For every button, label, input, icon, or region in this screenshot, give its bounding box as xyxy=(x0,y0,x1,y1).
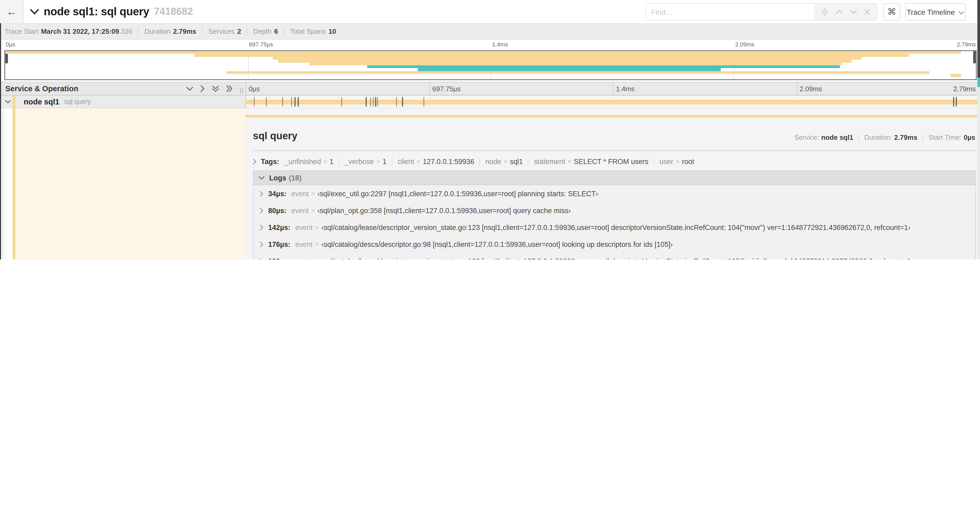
timeline-minimap[interactable] xyxy=(4,50,977,80)
equals-sign: = xyxy=(323,158,327,164)
tags-accordion[interactable]: Tags: _unfinished=1_verbose=1client=127.… xyxy=(253,155,694,168)
tags-list: _unfinished=1_verbose=1client=127.0.0.1:… xyxy=(285,157,694,165)
minimap-span-bar xyxy=(367,65,840,68)
trace-summary-label: Depth xyxy=(253,27,271,35)
column-resize-grip[interactable] xyxy=(240,88,244,93)
minimap-span-bar xyxy=(227,71,929,74)
tag-item: _verbose=1 xyxy=(345,157,387,165)
log-message: ‹sql/catalog/lease/descriptor_version_st… xyxy=(321,224,910,231)
span-row-bar-area[interactable] xyxy=(245,96,980,108)
ruler-tick-label: 1.4ms xyxy=(616,85,635,93)
tag-value: 127.0.0.1:59936 xyxy=(423,157,474,165)
divider xyxy=(923,134,923,141)
trace-summary-value: 10 xyxy=(329,27,336,35)
view-select-button[interactable]: Trace Timeline xyxy=(905,3,966,21)
expand-collapse-controls xyxy=(186,82,233,95)
double-chevron-right-icon[interactable] xyxy=(226,85,233,92)
tag-item: _unfinished=1 xyxy=(285,157,334,165)
prev-match-icon[interactable] xyxy=(836,10,843,14)
log-message: ‹sql/catalog/lease/descriptor_version_st… xyxy=(321,257,913,260)
log-field-name: event xyxy=(295,240,313,248)
log-row[interactable]: 142µs:event=‹sql/catalog/lease/descripto… xyxy=(253,219,975,236)
keyboard-shortcuts-button[interactable]: ⌘ xyxy=(883,3,900,21)
minimap-tick-label: 697.75µs xyxy=(249,41,273,48)
span-detail-panel: sql query Service:node sql1Duration:2.79… xyxy=(245,108,980,260)
chevron-down-icon xyxy=(259,176,264,180)
page-title: node sql1: sql query xyxy=(44,5,149,18)
trace-summary-label: Total Spans xyxy=(290,27,326,35)
minimap-span-bar xyxy=(5,51,961,54)
chevron-right-icon xyxy=(260,258,263,260)
chevron-right-icon xyxy=(260,191,263,196)
minimap-span-bar xyxy=(309,62,842,65)
logs-label: Logs xyxy=(269,174,286,182)
equals-sign: = xyxy=(312,207,315,214)
ruler-gridline xyxy=(796,82,797,95)
span-row-label[interactable]: node sql1 sql query xyxy=(0,96,245,108)
log-event-tick xyxy=(295,97,296,107)
detail-operation-title: sql query xyxy=(253,130,298,142)
chevron-down-icon[interactable] xyxy=(5,99,11,104)
ruler-tick-label: 0µs xyxy=(249,85,260,93)
back-button[interactable]: ← xyxy=(0,0,24,23)
tag-item: node=sql1 xyxy=(485,157,523,165)
minimap-span-bar xyxy=(278,60,851,62)
log-timestamp: 176µs: xyxy=(268,240,291,248)
divider xyxy=(654,157,654,165)
trace-title-group: node sql1: sql query 7418682 xyxy=(30,0,193,23)
chevron-right-icon[interactable] xyxy=(200,85,205,92)
trace-summary-bar: Trace StartMarch 31 2022, 17:25:09.326Du… xyxy=(0,23,980,40)
scrollbar-thumb[interactable] xyxy=(977,0,980,78)
chevron-down-icon[interactable] xyxy=(186,86,193,91)
tag-value: sql1 xyxy=(510,157,523,165)
double-chevron-down-icon[interactable] xyxy=(212,85,219,92)
chevron-down-icon xyxy=(958,8,964,16)
trace-summary-label: Services xyxy=(208,27,235,35)
equals-sign: = xyxy=(377,158,380,164)
divider xyxy=(339,157,339,165)
equals-sign: = xyxy=(417,158,420,164)
log-row[interactable]: 80µs:event=‹sql/plan_opt.go:358 [nsql1,c… xyxy=(253,202,975,219)
equals-sign: = xyxy=(312,190,315,197)
collapse-trace-chevron-icon[interactable] xyxy=(30,9,39,14)
log-event-tick xyxy=(341,97,342,107)
log-field-name: event xyxy=(291,206,309,214)
divider xyxy=(528,157,529,165)
log-timestamp: 142µs: xyxy=(268,224,291,231)
ruler-gridline xyxy=(429,82,430,95)
span-service-name: node sql1 xyxy=(24,97,59,106)
match-highlight-icon[interactable] xyxy=(821,8,829,16)
find-input[interactable] xyxy=(646,3,814,21)
minimap-tick-labels: 0µs697.75µs1.4ms2.09ms2.79ms xyxy=(4,41,977,49)
log-event-tick xyxy=(298,97,299,107)
next-match-icon[interactable] xyxy=(850,10,857,14)
log-event-tick xyxy=(423,97,425,107)
column-divider[interactable] xyxy=(245,82,246,108)
command-icon: ⌘ xyxy=(887,6,896,18)
trace-summary-label: Duration xyxy=(145,27,170,35)
find-suffix-buttons xyxy=(814,3,878,21)
tag-item: statement=SELECT * FROM users xyxy=(534,157,649,165)
timeline-ruler: 0µs697.75µs1.4ms2.09ms2.79ms xyxy=(245,82,980,96)
trace-summary-value-muted: .326 xyxy=(119,27,132,35)
tag-value: 1 xyxy=(382,157,387,165)
minimap-right-scrubber[interactable] xyxy=(973,51,976,63)
detail-left-gutter xyxy=(0,108,13,260)
row-gridline xyxy=(429,96,430,108)
tag-key: user xyxy=(659,157,673,165)
log-event-tick xyxy=(396,97,397,107)
log-event-tick xyxy=(371,97,371,107)
log-event-tick xyxy=(377,97,378,107)
log-row[interactable]: 34µs:event=‹sql/exec_util.go:2297 [nsql1… xyxy=(253,185,975,202)
log-row[interactable]: 176µs:event=‹sql/catalog/descs/descripto… xyxy=(253,236,975,252)
clear-find-icon[interactable] xyxy=(864,9,870,15)
trace-summary-value: March 31 2022, 17:25:09 xyxy=(41,27,119,35)
divider xyxy=(859,134,859,141)
log-timestamp: 80µs: xyxy=(268,206,286,214)
scrollbar-teal-segment xyxy=(977,78,980,87)
logs-accordion-header[interactable]: Logs (18) xyxy=(253,171,975,185)
page-scrollbar[interactable] xyxy=(977,0,980,260)
divider xyxy=(138,28,139,35)
divider xyxy=(284,28,284,35)
log-row[interactable]: 189µs:event=‹sql/catalog/lease/descripto… xyxy=(253,252,975,260)
